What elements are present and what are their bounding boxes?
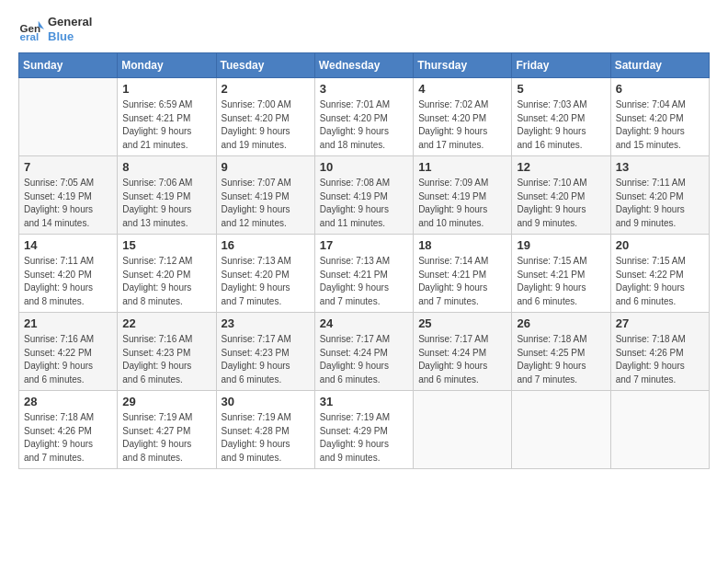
calendar-cell: 7Sunrise: 7:05 AM Sunset: 4:19 PM Daylig… — [19, 156, 118, 235]
calendar-week: 21Sunrise: 7:16 AM Sunset: 4:22 PM Dayli… — [19, 313, 710, 391]
calendar-cell: 23Sunrise: 7:17 AM Sunset: 4:23 PM Dayli… — [216, 313, 314, 391]
day-number: 21 — [24, 316, 112, 330]
day-info: Sunrise: 7:15 AM Sunset: 4:22 PM Dayligh… — [616, 255, 704, 308]
day-info: Sunrise: 6:59 AM Sunset: 4:21 PM Dayligh… — [122, 98, 210, 152]
day-info: Sunrise: 7:16 AM Sunset: 4:23 PM Dayligh… — [122, 333, 210, 386]
day-info: Sunrise: 7:12 AM Sunset: 4:20 PM Dayligh… — [122, 255, 210, 308]
calendar-body: 1Sunrise: 6:59 AM Sunset: 4:21 PM Daylig… — [19, 78, 710, 469]
day-number: 17 — [320, 238, 408, 252]
calendar-cell: 17Sunrise: 7:13 AM Sunset: 4:21 PM Dayli… — [314, 235, 413, 313]
calendar-cell: 27Sunrise: 7:18 AM Sunset: 4:26 PM Dayli… — [610, 313, 709, 391]
day-info: Sunrise: 7:17 AM Sunset: 4:23 PM Dayligh… — [222, 333, 310, 386]
calendar-cell: 13Sunrise: 7:11 AM Sunset: 4:20 PM Dayli… — [610, 156, 709, 235]
day-info: Sunrise: 7:18 AM Sunset: 4:25 PM Dayligh… — [517, 333, 605, 386]
day-info: Sunrise: 7:19 AM Sunset: 4:27 PM Dayligh… — [122, 411, 210, 465]
day-number: 23 — [222, 316, 310, 330]
day-info: Sunrise: 7:18 AM Sunset: 4:26 PM Dayligh… — [24, 411, 112, 465]
calendar-cell: 16Sunrise: 7:13 AM Sunset: 4:20 PM Dayli… — [216, 235, 314, 313]
day-info: Sunrise: 7:08 AM Sunset: 4:19 PM Dayligh… — [320, 177, 408, 230]
day-info: Sunrise: 7:11 AM Sunset: 4:20 PM Dayligh… — [616, 177, 704, 230]
day-info: Sunrise: 7:02 AM Sunset: 4:20 PM Dayligh… — [418, 98, 506, 152]
day-number: 30 — [222, 395, 310, 408]
calendar-cell: 20Sunrise: 7:15 AM Sunset: 4:22 PM Dayli… — [610, 235, 709, 313]
calendar-cell: 29Sunrise: 7:19 AM Sunset: 4:27 PM Dayli… — [118, 391, 216, 469]
calendar-cell — [610, 391, 709, 469]
day-number: 13 — [616, 160, 704, 174]
calendar-cell: 24Sunrise: 7:17 AM Sunset: 4:24 PM Dayli… — [314, 313, 413, 391]
day-number: 19 — [517, 238, 605, 252]
day-info: Sunrise: 7:19 AM Sunset: 4:29 PM Dayligh… — [320, 411, 408, 465]
logo-icon: Gen eral — [18, 17, 44, 42]
day-number: 9 — [222, 160, 310, 174]
svg-text:eral: eral — [20, 30, 40, 42]
calendar-cell: 12Sunrise: 7:10 AM Sunset: 4:20 PM Dayli… — [512, 156, 610, 235]
calendar-cell: 5Sunrise: 7:03 AM Sunset: 4:20 PM Daylig… — [512, 78, 610, 156]
calendar-cell: 30Sunrise: 7:19 AM Sunset: 4:28 PM Dayli… — [216, 391, 314, 469]
calendar-cell: 8Sunrise: 7:06 AM Sunset: 4:19 PM Daylig… — [118, 156, 216, 235]
calendar-week: 7Sunrise: 7:05 AM Sunset: 4:19 PM Daylig… — [19, 156, 710, 235]
calendar-cell: 31Sunrise: 7:19 AM Sunset: 4:29 PM Dayli… — [314, 391, 413, 469]
day-info: Sunrise: 7:13 AM Sunset: 4:20 PM Dayligh… — [222, 255, 310, 308]
weekday-header: Monday — [118, 53, 216, 78]
logo: Gen eral General Blue — [18, 15, 92, 43]
calendar-cell: 18Sunrise: 7:14 AM Sunset: 4:21 PM Dayli… — [414, 235, 512, 313]
weekday-header: Saturday — [610, 53, 709, 78]
calendar-cell: 3Sunrise: 7:01 AM Sunset: 4:20 PM Daylig… — [314, 78, 413, 156]
calendar-cell: 1Sunrise: 6:59 AM Sunset: 4:21 PM Daylig… — [118, 78, 216, 156]
calendar-cell: 4Sunrise: 7:02 AM Sunset: 4:20 PM Daylig… — [414, 78, 512, 156]
calendar-cell: 6Sunrise: 7:04 AM Sunset: 4:20 PM Daylig… — [610, 78, 709, 156]
day-number: 8 — [122, 160, 210, 174]
day-number: 6 — [616, 82, 704, 96]
calendar-table: SundayMondayTuesdayWednesdayThursdayFrid… — [18, 52, 710, 469]
calendar-cell: 2Sunrise: 7:00 AM Sunset: 4:20 PM Daylig… — [216, 78, 314, 156]
day-info: Sunrise: 7:15 AM Sunset: 4:21 PM Dayligh… — [517, 255, 605, 308]
day-number: 3 — [320, 82, 408, 96]
calendar-cell — [512, 391, 610, 469]
day-number: 29 — [122, 395, 210, 408]
calendar-cell: 14Sunrise: 7:11 AM Sunset: 4:20 PM Dayli… — [19, 235, 118, 313]
day-number: 4 — [418, 82, 506, 96]
day-number: 10 — [320, 160, 408, 174]
weekday-header: Sunday — [19, 53, 118, 78]
day-info: Sunrise: 7:11 AM Sunset: 4:20 PM Dayligh… — [24, 255, 112, 308]
calendar-cell: 11Sunrise: 7:09 AM Sunset: 4:19 PM Dayli… — [414, 156, 512, 235]
day-number: 22 — [122, 316, 210, 330]
day-number: 11 — [418, 160, 506, 174]
day-number: 2 — [222, 82, 310, 96]
day-number: 14 — [24, 238, 112, 252]
day-number: 15 — [122, 238, 210, 252]
weekday-header: Wednesday — [314, 53, 413, 78]
day-number: 31 — [320, 395, 408, 408]
day-info: Sunrise: 7:01 AM Sunset: 4:20 PM Dayligh… — [320, 98, 408, 152]
day-info: Sunrise: 7:17 AM Sunset: 4:24 PM Dayligh… — [418, 333, 506, 386]
weekday-header: Friday — [512, 53, 610, 78]
day-info: Sunrise: 7:03 AM Sunset: 4:20 PM Dayligh… — [517, 98, 605, 152]
day-info: Sunrise: 7:09 AM Sunset: 4:19 PM Dayligh… — [418, 177, 506, 230]
day-number: 20 — [616, 238, 704, 252]
day-number: 18 — [418, 238, 506, 252]
day-number: 16 — [222, 238, 310, 252]
day-number: 28 — [24, 395, 112, 408]
day-info: Sunrise: 7:18 AM Sunset: 4:26 PM Dayligh… — [616, 333, 704, 386]
day-info: Sunrise: 7:00 AM Sunset: 4:20 PM Dayligh… — [222, 98, 310, 152]
day-info: Sunrise: 7:10 AM Sunset: 4:20 PM Dayligh… — [517, 177, 605, 230]
day-info: Sunrise: 7:07 AM Sunset: 4:19 PM Dayligh… — [222, 177, 310, 230]
weekday-header: Tuesday — [216, 53, 314, 78]
calendar-cell — [19, 78, 118, 156]
day-info: Sunrise: 7:19 AM Sunset: 4:28 PM Dayligh… — [222, 411, 310, 465]
calendar-week: 28Sunrise: 7:18 AM Sunset: 4:26 PM Dayli… — [19, 391, 710, 469]
calendar-cell: 10Sunrise: 7:08 AM Sunset: 4:19 PM Dayli… — [314, 156, 413, 235]
day-info: Sunrise: 7:05 AM Sunset: 4:19 PM Dayligh… — [24, 177, 112, 230]
day-number: 12 — [517, 160, 605, 174]
calendar-week: 1Sunrise: 6:59 AM Sunset: 4:21 PM Daylig… — [19, 78, 710, 156]
calendar-week: 14Sunrise: 7:11 AM Sunset: 4:20 PM Dayli… — [19, 235, 710, 313]
day-number: 26 — [517, 316, 605, 330]
calendar-cell: 22Sunrise: 7:16 AM Sunset: 4:23 PM Dayli… — [118, 313, 216, 391]
day-info: Sunrise: 7:06 AM Sunset: 4:19 PM Dayligh… — [122, 177, 210, 230]
day-number: 7 — [24, 160, 112, 174]
logo-text: General Blue — [48, 15, 92, 43]
day-number: 5 — [517, 82, 605, 96]
day-info: Sunrise: 7:13 AM Sunset: 4:21 PM Dayligh… — [320, 255, 408, 308]
day-number: 1 — [122, 82, 210, 96]
calendar-cell: 26Sunrise: 7:18 AM Sunset: 4:25 PM Dayli… — [512, 313, 610, 391]
